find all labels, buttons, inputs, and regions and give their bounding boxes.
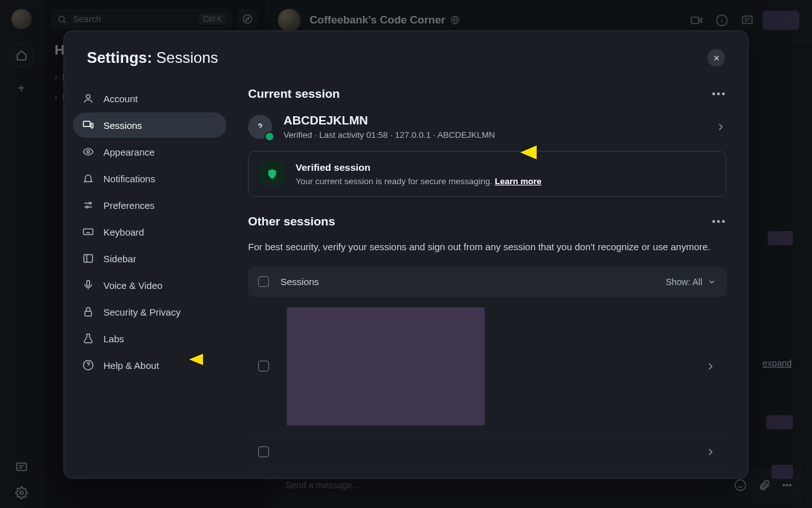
redacted-session-details [287, 307, 485, 425]
nav-help[interactable]: Help & About [73, 352, 226, 378]
settings-dialog: Settings: Sessions Account Sessions Appe… [63, 30, 749, 479]
nav-preferences[interactable]: Preferences [73, 192, 226, 218]
verified-badge-icon [265, 131, 275, 142]
current-session-row[interactable]: ABCDEJKLMN Verified · Last activity 01:5… [248, 112, 726, 151]
session-checkbox[interactable] [258, 361, 269, 371]
svg-rect-19 [85, 311, 92, 316]
close-button[interactable] [707, 49, 725, 67]
current-session-menu[interactable]: ••• [712, 88, 726, 100]
nav-keyboard[interactable]: Keyboard [73, 219, 226, 244]
chevron-down-icon [707, 277, 716, 286]
svg-rect-11 [84, 121, 91, 126]
nav-account[interactable]: Account [73, 86, 226, 111]
chevron-right-icon[interactable] [715, 121, 726, 133]
other-sessions-heading: Other sessions [248, 215, 335, 229]
question-icon [254, 121, 266, 133]
session-checkbox[interactable] [258, 446, 269, 457]
svg-rect-17 [84, 255, 93, 262]
other-sessions-desc: For best security, verify your sessions … [248, 240, 726, 254]
nav-labs[interactable]: Labs [73, 326, 226, 351]
settings-nav: Account Sessions Appearance Notification… [64, 78, 235, 478]
devices-icon [82, 119, 95, 131]
nav-voice[interactable]: Voice & Video [73, 272, 226, 298]
current-session-heading: Current session [248, 87, 340, 101]
chevron-right-icon[interactable] [705, 361, 716, 372]
show-filter[interactable]: Show: All [665, 277, 716, 287]
nav-sidebar[interactable]: Sidebar [73, 246, 226, 271]
nav-notifications[interactable]: Notifications [73, 166, 226, 191]
other-sessions-menu[interactable]: ••• [712, 216, 726, 227]
mic-icon [82, 279, 95, 291]
bell-icon [82, 172, 95, 185]
learn-more-link[interactable]: Learn more [495, 177, 542, 186]
help-icon [82, 359, 95, 371]
svg-point-13 [87, 150, 90, 154]
sliders-icon [82, 199, 95, 211]
svg-rect-18 [87, 281, 90, 286]
shield-icon [260, 162, 284, 186]
verified-info-box: Verified session Your current session is… [248, 151, 726, 197]
nav-appearance[interactable]: Appearance [73, 139, 226, 164]
account-icon [82, 92, 95, 105]
dialog-title: Settings: Sessions [87, 49, 218, 67]
annotation-arrow [189, 354, 203, 365]
session-device-icon [248, 115, 272, 139]
eye-icon [82, 145, 95, 158]
select-all-checkbox[interactable] [258, 276, 269, 287]
info-desc: Your current session is ready for secure… [296, 177, 541, 186]
keyboard-icon [82, 225, 95, 238]
chevron-right-icon[interactable] [705, 446, 716, 458]
svg-point-10 [86, 95, 90, 98]
svg-point-14 [89, 203, 91, 204]
svg-rect-12 [91, 123, 93, 128]
settings-content: Current session ••• ABCDEJKLMN Verified … [235, 78, 748, 478]
other-session-row[interactable] [248, 436, 726, 468]
other-session-row[interactable] [248, 297, 726, 436]
close-icon [712, 54, 721, 62]
svg-point-15 [86, 206, 88, 208]
sessions-filter-bar: Sessions Show: All [248, 267, 726, 297]
nav-security[interactable]: Security & Privacy [73, 299, 226, 324]
labs-icon [82, 332, 95, 345]
filter-label: Sessions [280, 276, 319, 287]
lock-icon [82, 305, 95, 318]
info-title: Verified session [296, 162, 541, 173]
other-session-row[interactable] [248, 468, 726, 478]
session-meta: Verified · Last activity 01:58 · 127.0.0… [284, 130, 704, 140]
annotation-arrow [520, 145, 537, 159]
session-name: ABCDEJKLMN [284, 114, 704, 128]
sidebar-icon [82, 252, 95, 265]
svg-rect-16 [84, 229, 93, 235]
nav-sessions[interactable]: Sessions [73, 112, 226, 138]
